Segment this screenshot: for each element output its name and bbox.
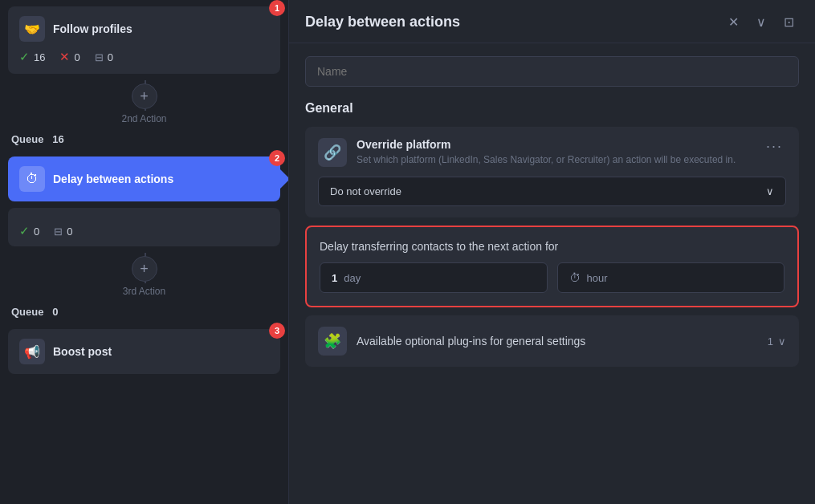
name-input[interactable]	[305, 56, 799, 87]
check-icon: ✓	[19, 50, 30, 64]
right-panel: Delay between actions ✕ ∨ ⊡ General 🔗 Ov…	[289, 0, 815, 504]
queue-label-2: Queue	[11, 306, 43, 318]
boost-post-badge: 3	[269, 323, 285, 339]
follow-success-count: 16	[34, 51, 45, 63]
cross-icon: ✕	[59, 50, 70, 64]
override-platform-header: 🔗 Override platform Set which platform (…	[318, 138, 786, 167]
boost-post-title: Boost post	[53, 345, 112, 358]
day-value: 1	[332, 272, 337, 284]
follow-profiles-card[interactable]: 🤝 Follow profiles 1 ✓ 16 ✕ 0 ⊟ 0	[8, 6, 280, 74]
plugins-count-value: 1	[768, 335, 773, 348]
override-platform-card: 🔗 Override platform Set which platform (…	[305, 127, 799, 217]
add-button-wrapper-2: +	[0, 253, 288, 283]
delay-queued-count: 0	[67, 226, 72, 238]
plugins-icon: 🧩	[318, 327, 347, 356]
queue-icon: ⊟	[95, 51, 104, 63]
boost-post-card[interactable]: 📢 Boost post 3	[8, 329, 280, 374]
day-input-group[interactable]: 1 day	[320, 262, 548, 293]
override-platform-text: Override platform Set which platform (Li…	[357, 138, 763, 167]
plugins-card[interactable]: 🧩 Available optional plug-ins for genera…	[305, 315, 799, 367]
follow-queued-count: 0	[108, 51, 113, 63]
hour-unit: hour	[587, 272, 608, 284]
delay-stats-row: ✓ 0 ⊟ 0	[19, 224, 269, 238]
clock-icon: ⏱	[569, 271, 581, 284]
expand-button[interactable]: ⊡	[779, 13, 799, 31]
override-platform-icon: 🔗	[318, 138, 347, 167]
override-platform-dropdown[interactable]: Do not override ∨	[318, 177, 786, 206]
dropdown-chevron-icon: ∨	[766, 185, 774, 197]
plugins-left: 🧩 Available optional plug-ins for genera…	[318, 327, 585, 356]
hour-input-group[interactable]: ⏱ hour	[557, 262, 785, 293]
active-arrow	[280, 169, 289, 189]
override-platform-desc: Set which platform (LinkedIn, Sales Navi…	[357, 153, 763, 167]
queue-label-1: Queue	[11, 133, 43, 145]
override-platform-left: 🔗 Override platform Set which platform (…	[318, 138, 763, 167]
general-section-title: General	[305, 101, 799, 116]
right-header: Delay between actions ✕ ∨ ⊡	[289, 0, 815, 43]
third-action-label: 3rd Action	[123, 282, 165, 302]
follow-profiles-stats: ✓ 16 ✕ 0 ⊟ 0	[19, 50, 269, 64]
right-title: Delay between actions	[305, 14, 460, 30]
override-platform-menu-button[interactable]: ···	[763, 138, 786, 155]
right-content: General 🔗 Override platform Set which pl…	[289, 43, 815, 388]
delay-success-count: 0	[34, 226, 39, 238]
follow-profiles-title: Follow profiles	[53, 22, 132, 35]
queue-count-before-delay: 16	[52, 133, 63, 145]
plugins-count: 1 ∨	[768, 335, 786, 348]
delay-badge: 2	[269, 150, 285, 166]
queue-row-after-delay: Queue 0	[0, 301, 288, 323]
delay-queue-icon: ⊟	[54, 226, 63, 238]
plugins-chevron-icon: ∨	[778, 335, 786, 348]
delay-icon: ⏱	[19, 166, 45, 192]
day-unit: day	[344, 272, 361, 284]
follow-failed-count: 0	[74, 51, 79, 63]
left-panel: 🤝 Follow profiles 1 ✓ 16 ✕ 0 ⊟ 0 + 2nd A…	[0, 0, 289, 504]
boost-post-icon: 📢	[19, 339, 45, 364]
delay-inputs: 1 day ⏱ hour	[320, 262, 784, 293]
add-button-wrapper-1: +	[0, 80, 288, 111]
plugins-label: Available optional plug-ins for general …	[357, 335, 585, 348]
add-action-button-1[interactable]: +	[132, 83, 157, 109]
delay-check-icon: ✓	[19, 224, 30, 238]
queue-row-before-delay: Queue 16	[0, 128, 288, 150]
follow-profiles-icon: 🤝	[19, 16, 45, 42]
delay-transfer-card: Delay transferring contacts to the next …	[305, 226, 799, 307]
delay-between-actions-card[interactable]: ⏱ Delay between actions 2	[8, 156, 280, 201]
second-action-label: 2nd Action	[121, 110, 166, 129]
follow-profiles-badge: 1	[269, 0, 285, 16]
delay-transfer-label: Delay transferring contacts to the next …	[320, 240, 784, 253]
add-action-button-2[interactable]: +	[132, 256, 157, 282]
header-actions: ✕ ∨ ⊡	[723, 13, 799, 31]
delay-action-title: Delay between actions	[53, 173, 173, 185]
queue-count-after-delay: 0	[52, 306, 58, 318]
override-platform-value: Do not override	[330, 185, 401, 197]
collapse-button[interactable]: ∨	[752, 13, 771, 31]
close-button[interactable]: ✕	[723, 13, 744, 31]
override-platform-name: Override platform	[357, 138, 763, 151]
